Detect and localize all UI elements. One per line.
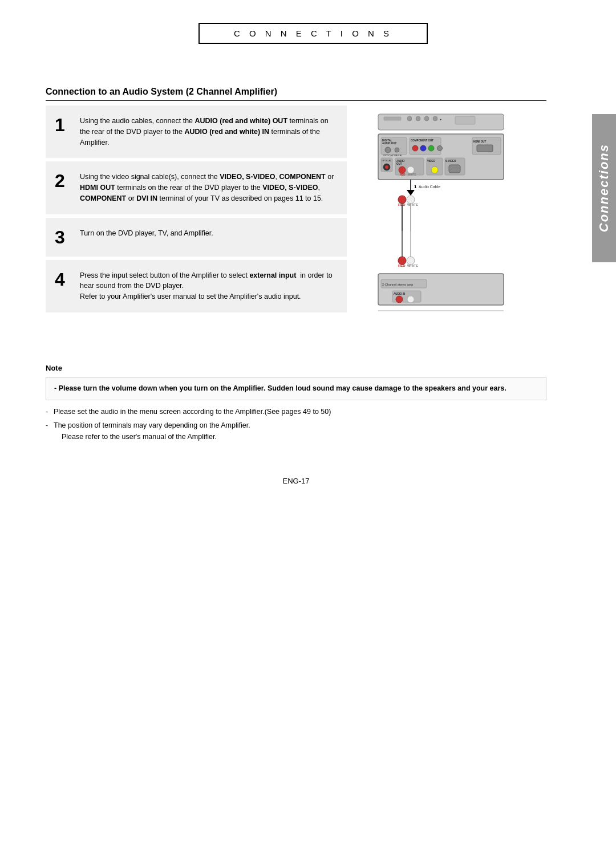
svg-point-13 bbox=[395, 148, 399, 152]
step-4-text: Press the input select button of the Amp… bbox=[80, 270, 338, 302]
svg-text:●: ● bbox=[440, 117, 441, 121]
svg-point-28 bbox=[385, 165, 388, 169]
svg-point-54 bbox=[398, 257, 406, 265]
step-2-number: 2 bbox=[55, 172, 72, 190]
note-important: - Please turn the volume down when you t… bbox=[46, 377, 546, 400]
svg-text:WHITE: WHITE bbox=[407, 264, 418, 267]
svg-text:AUDIO OUT: AUDIO OUT bbox=[382, 142, 397, 145]
note-bullets: Please set the audio in the menu screen … bbox=[46, 406, 546, 442]
section-title: Connection to an Audio System (2 Channel… bbox=[46, 87, 546, 101]
note-bullet-2: The position of terminals may vary depen… bbox=[46, 420, 546, 442]
svg-rect-1 bbox=[384, 117, 401, 120]
step-1-text: Using the audio cables, connect the AUDI… bbox=[80, 116, 338, 148]
svg-text:RED: RED bbox=[398, 264, 406, 267]
svg-text:Audio Cable: Audio Cable bbox=[419, 185, 440, 189]
step-2-text: Using the video signal cable(s), connect… bbox=[80, 172, 338, 204]
page-number: ENG-17 bbox=[46, 477, 546, 485]
side-tab: Connections bbox=[592, 114, 616, 262]
svg-point-33 bbox=[407, 166, 414, 173]
main-content: C O N N E C T I O N S Connection to an A… bbox=[0, 0, 592, 508]
svg-text:VIDEO: VIDEO bbox=[427, 160, 436, 162]
svg-text:WHITE: WHITE bbox=[408, 173, 416, 176]
step-2-block: 2 Using the video signal cable(s), conne… bbox=[46, 161, 347, 214]
svg-text:WHITE: WHITE bbox=[407, 203, 418, 206]
svg-text:1: 1 bbox=[414, 184, 417, 189]
svg-point-48 bbox=[398, 196, 406, 204]
svg-text:AUDIO IN: AUDIO IN bbox=[394, 292, 405, 295]
svg-point-64 bbox=[407, 296, 414, 303]
step-1-block: 1 Using the audio cables, connect the AU… bbox=[46, 105, 347, 158]
svg-rect-24 bbox=[477, 145, 493, 152]
svg-point-20 bbox=[428, 145, 434, 151]
step-3-text: Turn on the DVD player, TV, and Amplifie… bbox=[80, 228, 213, 239]
note-title: Note bbox=[46, 364, 546, 372]
header-box: C O N N E C T I O N S bbox=[198, 23, 428, 44]
svg-point-32 bbox=[399, 166, 406, 173]
step-3-number: 3 bbox=[55, 228, 72, 246]
svg-point-12 bbox=[385, 147, 391, 153]
side-tab-text: Connections bbox=[597, 144, 611, 232]
svg-text:COAXIAL: COAXIAL bbox=[392, 154, 403, 157]
svg-rect-41 bbox=[449, 165, 460, 173]
main-layout: 1 Using the audio cables, connect the AU… bbox=[46, 105, 546, 352]
svg-point-21 bbox=[437, 146, 443, 151]
svg-point-55 bbox=[407, 257, 415, 265]
svg-rect-0 bbox=[378, 114, 504, 130]
step-4-block: 4 Press the input select button of the A… bbox=[46, 260, 347, 312]
steps-column: 1 Using the audio cables, connect the AU… bbox=[46, 105, 347, 352]
svg-point-18 bbox=[412, 145, 418, 151]
page-title: C O N N E C T I O N S bbox=[234, 29, 392, 38]
svg-point-4 bbox=[424, 116, 429, 121]
svg-text:OUT: OUT bbox=[396, 162, 402, 165]
svg-point-38 bbox=[431, 166, 438, 173]
svg-text:S-VIDEO: S-VIDEO bbox=[445, 160, 456, 162]
svg-text:2-Channel stereo amp: 2-Channel stereo amp bbox=[382, 283, 413, 286]
svg-point-3 bbox=[416, 116, 420, 121]
connections-diagram: ● DIGITAL AUDIO OUT OPTICAL COAXIAL bbox=[375, 111, 535, 352]
svg-point-19 bbox=[420, 145, 426, 151]
step-1-number: 1 bbox=[55, 116, 72, 134]
note-important-text: - Please turn the volume down when you t… bbox=[54, 384, 506, 392]
step-4-number: 4 bbox=[55, 270, 72, 289]
svg-text:HDMI OUT: HDMI OUT bbox=[473, 140, 486, 143]
svg-point-49 bbox=[407, 196, 415, 204]
note-section: Note - Please turn the volume down when … bbox=[46, 364, 546, 442]
diagram-svg: ● DIGITAL AUDIO OUT OPTICAL COAXIAL bbox=[375, 111, 535, 351]
svg-rect-6 bbox=[455, 116, 475, 124]
svg-text:RED: RED bbox=[400, 173, 406, 176]
svg-text:OPTICAL: OPTICAL bbox=[382, 159, 392, 162]
note-bullet-1: Please set the audio in the menu screen … bbox=[46, 406, 546, 417]
page-wrapper: Connections C O N N E C T I O N S Connec… bbox=[0, 0, 616, 845]
diagram-column: ● DIGITAL AUDIO OUT OPTICAL COAXIAL bbox=[364, 105, 546, 352]
svg-point-63 bbox=[396, 296, 403, 303]
svg-point-5 bbox=[433, 116, 437, 121]
step-3-block: 3 Turn on the DVD player, TV, and Amplif… bbox=[46, 218, 347, 257]
svg-point-2 bbox=[407, 116, 412, 121]
svg-marker-43 bbox=[407, 190, 415, 196]
svg-text:COMPONENT OUT: COMPONENT OUT bbox=[411, 139, 433, 142]
